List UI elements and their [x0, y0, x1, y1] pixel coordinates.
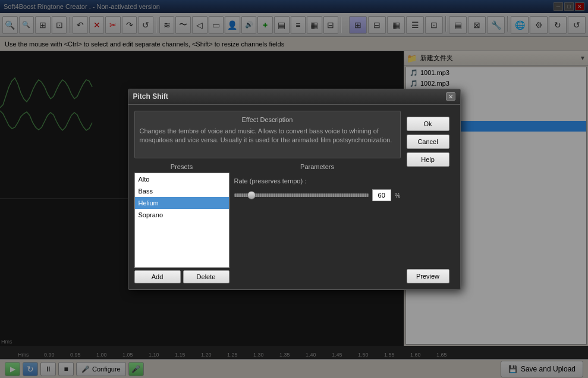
rate-label: Rate (preserves tempo) :: [234, 177, 401, 185]
rate-value-box[interactable]: 60: [372, 189, 391, 201]
preview-button[interactable]: Preview: [407, 269, 449, 283]
effect-description-title: Effect Description: [140, 116, 395, 123]
help-button[interactable]: Help: [407, 152, 449, 167]
ok-button[interactable]: Ok: [407, 117, 449, 131]
presets-box: Presets AltoBassHeliumSoprano Add Delete: [134, 163, 229, 283]
dialog-left: Effect Description Changes the tembre of…: [134, 111, 401, 283]
effect-description-text: Changes the tembre of voice and music. A…: [140, 127, 395, 145]
rate-percent-label: %: [395, 192, 401, 199]
presets-label: Presets: [134, 163, 229, 170]
preset-item[interactable]: Helium: [135, 197, 229, 209]
parameters-label: Parameters: [234, 163, 401, 170]
presets-params-row: Presets AltoBassHeliumSoprano Add Delete…: [134, 163, 401, 283]
preset-item[interactable]: Bass: [135, 185, 229, 197]
dialog-buttons: Ok Cancel Help Preview: [407, 111, 454, 283]
rate-slider-track[interactable]: [234, 193, 369, 197]
presets-list[interactable]: AltoBassHeliumSoprano: [134, 173, 229, 268]
parameters-box: Parameters Rate (preserves tempo) : 60 %: [234, 163, 401, 283]
dialog-title: Pitch Shift: [133, 92, 168, 101]
preset-item[interactable]: Soprano: [135, 209, 229, 221]
delete-preset-button[interactable]: Delete: [183, 270, 229, 283]
dialog-close-button[interactable]: ✕: [446, 92, 455, 101]
effect-description-box: Effect Description Changes the tembre of…: [134, 111, 401, 158]
pitch-shift-dialog: Pitch Shift ✕ Effect Description Changes…: [128, 89, 461, 290]
rate-control: 60 %: [234, 189, 401, 201]
dialog-body: Effect Description Changes the tembre of…: [128, 105, 460, 289]
add-preset-button[interactable]: Add: [134, 270, 181, 283]
rate-slider-thumb[interactable]: [247, 191, 256, 199]
cancel-button[interactable]: Cancel: [407, 135, 449, 149]
modal-overlay: Pitch Shift ✕ Effect Description Changes…: [0, 0, 588, 378]
dialog-titlebar: Pitch Shift ✕: [128, 89, 460, 105]
presets-buttons: Add Delete: [134, 270, 229, 283]
preset-item[interactable]: Alto: [135, 173, 229, 185]
